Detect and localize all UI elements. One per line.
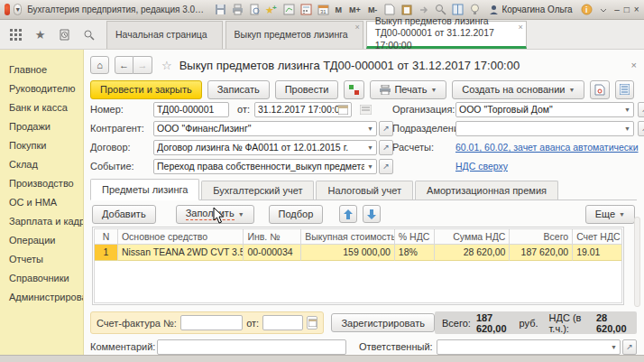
- sidebar-item-fixed-assets[interactable]: ОС и НМА: [0, 193, 83, 212]
- window-menu-button[interactable]: ▼: [14, 4, 22, 15]
- sidebar-item-sales[interactable]: Продажи: [0, 117, 83, 136]
- memory-m-plus-button[interactable]: М+: [347, 5, 363, 14]
- tab-leasing-list[interactable]: Выкуп предметов лизинга ×: [225, 21, 363, 49]
- search-panel-icon[interactable]: [82, 28, 96, 42]
- department-input[interactable]: ▼: [455, 121, 634, 136]
- new-document-icon[interactable]: [382, 3, 396, 16]
- maximize-button[interactable]: □: [623, 5, 630, 14]
- register-invoice-button[interactable]: Зарегистрировать: [331, 313, 435, 332]
- calendar-icon[interactable]: [338, 105, 348, 115]
- close-tab-icon[interactable]: ×: [518, 23, 522, 32]
- save-icon[interactable]: [214, 3, 227, 16]
- cell-total[interactable]: 187 620,00: [510, 245, 573, 261]
- move-row-up-button[interactable]: [339, 205, 357, 223]
- info-icon[interactable]: i: [580, 3, 593, 16]
- cell-redemption-value[interactable]: 159 000,00: [301, 245, 395, 261]
- history-icon[interactable]: [282, 3, 296, 16]
- split-view-icon[interactable]: [451, 3, 465, 16]
- sidebar-item-administration[interactable]: Администрирование: [0, 288, 83, 307]
- document-journal-button[interactable]: [615, 80, 634, 99]
- comment-input[interactable]: [157, 339, 346, 355]
- cell-vat-account[interactable]: 19.01: [573, 245, 621, 261]
- minimize-button[interactable]: –: [614, 5, 621, 14]
- close-document-icon[interactable]: ×: [631, 60, 637, 70]
- print-button[interactable]: Печать▼: [370, 80, 446, 99]
- pick-button[interactable]: Подбор: [269, 205, 324, 224]
- tab-leasing-document[interactable]: Выкуп предметов лизинга ТД00-000001 от 3…: [366, 21, 527, 49]
- table-row[interactable]: 1 Nissan TEANA 2WD CVT 3.5 Premium 00-00…: [95, 245, 621, 261]
- post-and-close-button[interactable]: Провести и закрыть: [90, 80, 202, 99]
- invoice-number-input[interactable]: [180, 315, 243, 330]
- settlements-link[interactable]: 60.01, 60.02, зачет аванса автоматически: [455, 142, 639, 153]
- forward-button[interactable]: →: [133, 56, 152, 74]
- show-postings-button[interactable]: [344, 80, 364, 99]
- save-button[interactable]: Записать: [207, 80, 270, 99]
- calculator-icon[interactable]: [299, 3, 313, 16]
- sidebar-item-references[interactable]: Справочники: [0, 269, 83, 288]
- subordination-structure-icon[interactable]: [359, 103, 373, 116]
- move-row-down-button[interactable]: [363, 205, 381, 223]
- favorites-icon[interactable]: ★: [33, 28, 47, 42]
- sidebar-item-operations[interactable]: Операции: [0, 231, 83, 250]
- print-icon[interactable]: [231, 3, 244, 16]
- department-open-button[interactable]: ↗: [638, 121, 644, 136]
- cell-asset[interactable]: Nissan TEANA 2WD CVT 3.5 Premium: [118, 245, 244, 261]
- responsible-input[interactable]: ▼: [437, 339, 621, 355]
- home-button[interactable]: ⌂: [90, 56, 109, 74]
- search-icon[interactable]: [434, 3, 447, 16]
- cell-vat-percent[interactable]: 18%: [395, 245, 435, 261]
- back-button[interactable]: ←: [115, 56, 133, 74]
- sidebar-item-warehouse[interactable]: Склад: [0, 155, 83, 174]
- counterparty-open-button[interactable]: ↗: [379, 121, 393, 136]
- attached-files-button[interactable]: [590, 80, 610, 99]
- history-panel-icon[interactable]: [58, 28, 71, 42]
- vertical-scrollbar[interactable]: [634, 217, 640, 307]
- tip-icon[interactable]: [468, 3, 482, 16]
- cell-inventory-number[interactable]: 00-000034: [244, 245, 301, 261]
- contract-open-button[interactable]: ↗: [379, 140, 393, 155]
- sidebar-item-reports[interactable]: Отчеты: [0, 250, 83, 269]
- go-forward-icon[interactable]: [417, 3, 430, 16]
- sidebar-item-production[interactable]: Производство: [0, 174, 83, 193]
- counterparty-input[interactable]: ООО "ФинансЛизинг"▼: [153, 121, 377, 136]
- invoice-calendar-button[interactable]: [307, 316, 318, 330]
- close-window-button[interactable]: ×: [633, 5, 639, 14]
- memory-m-minus-button[interactable]: М-: [366, 5, 380, 14]
- current-user[interactable]: Корчагина Ольга: [485, 5, 575, 15]
- chevron-down-icon[interactable]: [597, 3, 611, 16]
- sections-menu-icon[interactable]: [9, 28, 23, 42]
- sidebar-item-main[interactable]: Главное: [0, 60, 83, 79]
- contract-input[interactable]: Договор лизинга № ФА0011 от 12.01.2015 г…: [153, 140, 377, 155]
- tab-leasing-items[interactable]: Предметы лизинга: [90, 179, 199, 200]
- close-tab-icon[interactable]: ×: [354, 23, 359, 32]
- tab-accounting[interactable]: Бухгалтерский учет: [201, 181, 314, 200]
- responsible-open-button[interactable]: ↗: [622, 339, 637, 355]
- sidebar-item-salary[interactable]: Зарплата и кадры: [0, 212, 83, 231]
- tab-tax[interactable]: Налоговый учет: [316, 181, 413, 200]
- add-row-button[interactable]: Добавить: [92, 205, 156, 224]
- tab-home[interactable]: Начальная страница: [106, 21, 223, 49]
- organization-input[interactable]: ООО "Торговый Дом"▼: [455, 102, 634, 117]
- event-input[interactable]: Переход права собственности_выкуп предме…: [153, 159, 377, 174]
- post-button[interactable]: Провести: [275, 80, 339, 99]
- favorite-star-icon[interactable]: ☆: [161, 59, 172, 72]
- date-input[interactable]: 31.12.2017 17:00:00: [254, 102, 352, 117]
- invoice-date-input[interactable]: [262, 315, 302, 330]
- print-preview-icon[interactable]: [248, 3, 262, 16]
- cell-vat-amount[interactable]: 28 620,00: [435, 245, 511, 261]
- organization-open-button[interactable]: ↗: [638, 102, 644, 117]
- number-input[interactable]: ТД00-000001: [153, 102, 229, 117]
- cell-row-number[interactable]: 1: [95, 245, 118, 261]
- sidebar-item-bank[interactable]: Банк и касса: [0, 98, 83, 117]
- fill-button[interactable]: Заполнить▼: [176, 205, 254, 224]
- paste-icon[interactable]: [400, 3, 413, 16]
- vat-mode-link[interactable]: НДС сверху: [455, 161, 508, 172]
- tab-depreciation-bonus[interactable]: Амортизационная премия: [415, 181, 558, 200]
- calendar-icon[interactable]: 31: [317, 3, 330, 16]
- sidebar-item-purchases[interactable]: Покупки: [0, 136, 83, 155]
- grid-more-button[interactable]: Еще▼: [585, 205, 635, 224]
- memory-m-button[interactable]: М: [334, 5, 345, 14]
- add-favorite-icon[interactable]: ★+: [265, 3, 279, 16]
- sidebar-item-manager[interactable]: Руководителю: [0, 79, 83, 98]
- event-open-button[interactable]: ↗: [379, 159, 393, 174]
